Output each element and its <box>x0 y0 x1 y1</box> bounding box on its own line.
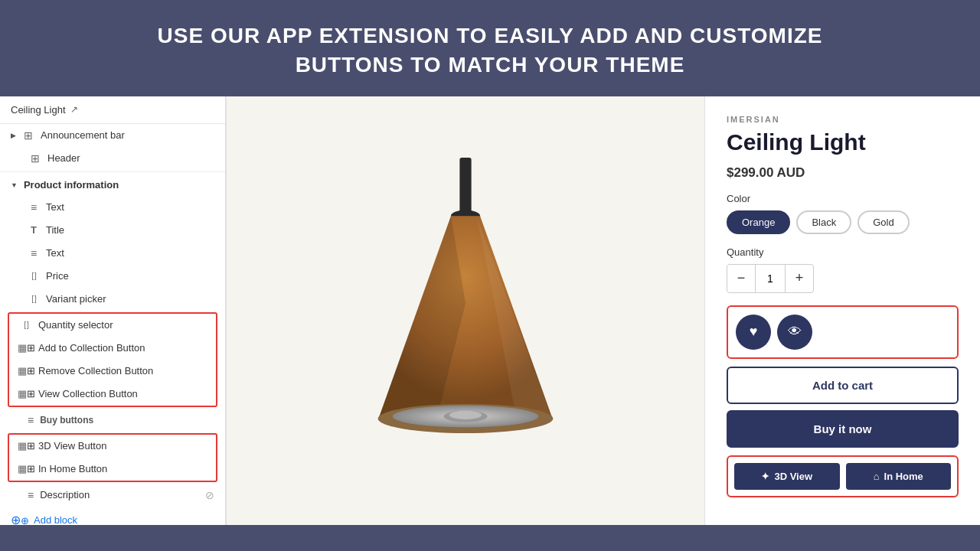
grid-icon-header <box>29 152 41 165</box>
lines-icon-1 <box>28 201 40 214</box>
sidebar-header[interactable]: Ceiling Light ↗ <box>0 96 225 124</box>
brand-name: IMERSIAN <box>727 115 959 124</box>
sidebar-label-announcement: Announcement bar <box>41 129 125 141</box>
add-collection-btn[interactable]: ♥ <box>736 315 771 350</box>
chevron-right-icon <box>11 131 16 139</box>
sidebar-label-title: Title <box>46 224 64 236</box>
product-image <box>343 158 588 464</box>
collection-red-box: Quantity selector ⊞ Add to Collection Bu… <box>8 312 217 407</box>
sidebar-label-text1: Text <box>46 201 64 213</box>
sidebar-item-remove-collection[interactable]: ⊞ Remove Collection Button <box>9 360 216 383</box>
sidebar-item-text2[interactable]: Text <box>0 242 225 265</box>
product-image-container <box>274 139 657 483</box>
add-block-row[interactable]: ⊕ Add block <box>0 507 225 525</box>
sidebar-label-variant: Variant picker <box>46 293 106 305</box>
app-icon-remove-collection: ⊞ <box>20 365 32 377</box>
color-orange-btn[interactable]: Orange <box>727 210 790 234</box>
sidebar-item-announcement[interactable]: Announcement bar <box>0 124 225 147</box>
add-block-label: Add block <box>34 514 77 525</box>
sidebar-label-product-info: Product information <box>24 179 119 191</box>
sidebar-item-price[interactable]: Price <box>0 265 225 288</box>
bracket-icon-variant <box>28 293 40 305</box>
sidebar-item-description[interactable]: Description ⊘ <box>0 484 225 507</box>
color-black-btn[interactable]: Black <box>796 210 851 234</box>
product-price: $299.00 AUD <box>727 165 959 181</box>
in-home-button[interactable]: ⌂ In Home <box>846 463 952 490</box>
sidebar-item-qty[interactable]: Quantity selector <box>9 314 216 337</box>
sidebar-item-title[interactable]: Title <box>0 219 225 242</box>
eye-off-icon: ⊘ <box>205 489 214 501</box>
collection-buttons-box: ♥ 👁 <box>727 305 959 359</box>
3d-view-label: 3D View <box>774 471 812 482</box>
sidebar-item-header[interactable]: Header <box>0 147 225 170</box>
color-label: Color <box>727 193 959 204</box>
sidebar-label-price: Price <box>46 270 69 282</box>
sidebar-label-text2: Text <box>46 247 64 259</box>
sidebar-item-text1[interactable]: Text <box>0 196 225 219</box>
home-icon: ⌂ <box>874 471 880 482</box>
sidebar-label-inhome: In Home Button <box>38 463 107 474</box>
product-detail: IMERSIAN Ceiling Light $299.00 AUD Color… <box>704 96 980 525</box>
external-link-icon: ↗ <box>70 104 78 115</box>
banner: USE OUR APP EXTENSION TO EASILY ADD AND … <box>0 0 980 96</box>
bracket-icon-price <box>28 270 40 282</box>
sidebar-item-inhome[interactable]: ⊞ In Home Button <box>9 458 216 481</box>
in-home-label: In Home <box>884 471 923 482</box>
view-red-box: ⊞ 3D View Button ⊞ In Home Button <box>8 433 217 482</box>
sidebar-label-header: Header <box>47 152 80 164</box>
plus-circle-icon: ⊕ <box>11 513 29 525</box>
page-title-link[interactable]: Ceiling Light <box>11 104 66 116</box>
sidebar-label-view-collection: View Collection Button <box>38 388 138 399</box>
buy-now-button[interactable]: Buy it now <box>727 410 959 448</box>
sidebar-label-remove-collection: Remove Collection Button <box>38 365 153 377</box>
quantity-increase-btn[interactable]: + <box>786 265 813 292</box>
sidebar-item-product-info[interactable]: Product information <box>0 174 225 196</box>
sidebar-item-3d[interactable]: ⊞ 3D View Button <box>9 435 216 458</box>
3d-view-button[interactable]: ✦ 3D View <box>734 463 840 490</box>
3d-icon: ✦ <box>761 471 769 482</box>
app-icon-3d: ⊞ <box>20 440 32 452</box>
svg-rect-0 <box>459 158 471 216</box>
chevron-down-icon <box>11 181 18 189</box>
quantity-label: Quantity <box>727 246 959 258</box>
sidebar-item-variant[interactable]: Variant picker <box>0 288 225 311</box>
svg-point-5 <box>449 410 482 419</box>
color-gold-btn[interactable]: Gold <box>858 210 909 234</box>
eye-icon: 👁 <box>788 324 802 340</box>
view-collection-btn[interactable]: 👁 <box>777 315 812 350</box>
sidebar: Ceiling Light ↗ Announcement bar Header … <box>0 96 226 525</box>
lines-icon-2 <box>28 247 40 259</box>
app-icon-inhome: ⊞ <box>20 463 32 475</box>
add-to-cart-button[interactable]: Add to cart <box>727 367 959 404</box>
buy-buttons-label[interactable]: Buy buttons <box>0 409 225 432</box>
app-icon-view-collection: ⊞ <box>20 388 32 400</box>
sidebar-label-description: Description <box>40 489 90 500</box>
bracket-icon-qty <box>20 319 32 331</box>
sidebar-item-view-collection[interactable]: ⊞ View Collection Button <box>9 383 216 406</box>
sidebar-label-3d: 3D View Button <box>38 440 106 452</box>
heart-icon: ♥ <box>750 324 758 340</box>
color-options: Orange Black Gold <box>727 210 959 234</box>
buy-buttons-text: Buy buttons <box>40 415 93 425</box>
grid-icon <box>22 129 34 142</box>
sidebar-item-add-collection[interactable]: ⊞ Add to Collection Button <box>9 337 216 360</box>
sidebar-label-add-collection: Add to Collection Button <box>38 342 145 354</box>
main-area: Ceiling Light ↗ Announcement bar Header … <box>0 96 980 525</box>
banner-line2: BUTTONS TO MATCH YOUR THEME <box>31 51 949 80</box>
quantity-value: 1 <box>755 265 786 292</box>
app-icon-add-collection: ⊞ <box>20 342 32 354</box>
product-title: Ceiling Light <box>727 129 959 156</box>
product-preview <box>226 96 704 525</box>
lines-icon-desc <box>28 489 34 501</box>
title-icon <box>28 224 40 236</box>
lines-icon-buy <box>28 414 34 426</box>
sidebar-label-qty: Quantity selector <box>38 319 113 331</box>
view-buttons-box: ✦ 3D View ⌂ In Home <box>727 455 959 497</box>
banner-line1: USE OUR APP EXTENSION TO EASILY ADD AND … <box>31 21 949 51</box>
quantity-control: − 1 + <box>727 264 814 293</box>
quantity-decrease-btn[interactable]: − <box>727 265 755 292</box>
divider-1 <box>0 171 225 172</box>
